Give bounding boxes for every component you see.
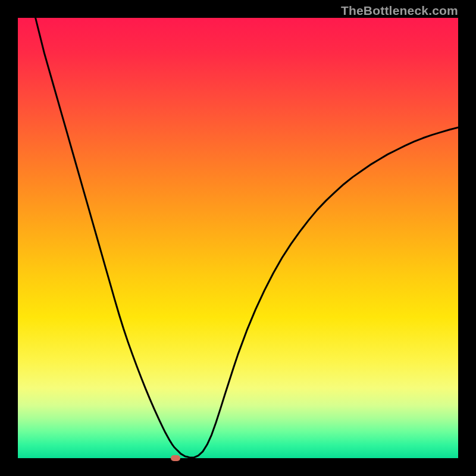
chart-frame: TheBottleneck.com — [0, 0, 476, 476]
plot-area — [18, 18, 458, 458]
optimum-marker — [171, 455, 180, 461]
bottleneck-curve — [18, 18, 458, 458]
watermark-text: TheBottleneck.com — [341, 4, 458, 18]
